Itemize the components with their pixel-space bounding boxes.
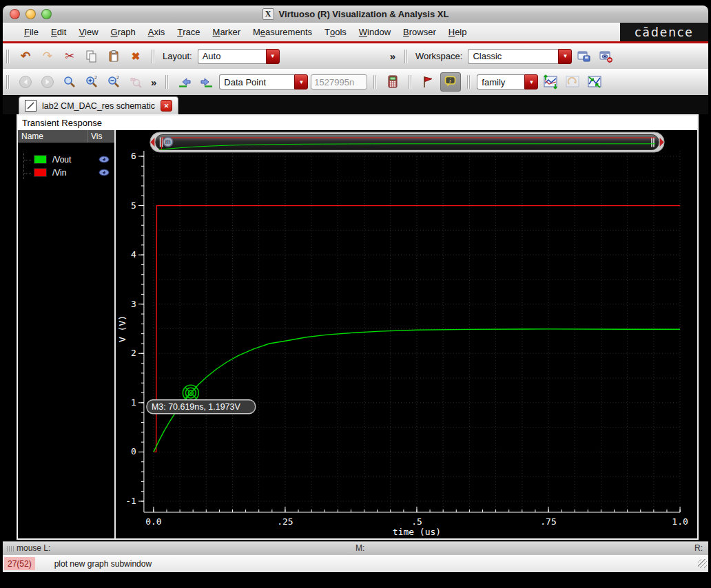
menu-browser[interactable]: Browser <box>397 23 442 41</box>
menu-tools[interactable]: Tools <box>318 23 353 41</box>
trace-color-swatch[interactable] <box>34 168 47 177</box>
trace-color-swatch[interactable] <box>34 155 47 164</box>
flag-marker-button[interactable] <box>418 73 437 91</box>
zoom-in-button[interactable]: 2 <box>82 73 101 91</box>
overview-left-handle[interactable] <box>160 138 161 147</box>
fit-traces-button[interactable] <box>585 73 604 91</box>
marker-zoom-button[interactable]: m <box>126 73 145 91</box>
marker-label[interactable]: M3: 70.619ns, 1.1973V <box>147 400 256 414</box>
y-axis-label: V (V) <box>117 315 127 342</box>
zoom-out-button[interactable]: 2 <box>104 73 123 91</box>
plot-area[interactable]: -101234560.0.25.5.751.0time (us)V (V)M3:… <box>114 130 697 538</box>
y-tick-label: -1 <box>125 496 136 506</box>
menu-trace[interactable]: Trace <box>171 23 206 41</box>
fit-traces-icon <box>586 74 603 90</box>
family-dropdown[interactable]: family ▼ <box>477 74 538 90</box>
next-point-icon <box>199 75 214 89</box>
close-window-button[interactable] <box>10 9 20 19</box>
zoom-marker-toolbar: 2 2 m » Data Point ▼ <box>3 69 708 96</box>
refresh-plot-button[interactable] <box>563 73 582 91</box>
info-balloon-button[interactable]: i <box>440 72 461 92</box>
menu-measurements[interactable]: Measurements <box>247 23 318 41</box>
x-tick-label: 0.0 <box>145 516 161 527</box>
mouse-right-label: R: <box>694 543 703 553</box>
overview-strip[interactable]: m <box>150 132 664 152</box>
zoom-window-button[interactable] <box>41 9 52 19</box>
menu-window[interactable]: Window <box>353 23 397 41</box>
minimize-window-button[interactable] <box>25 9 36 19</box>
tab-close-button[interactable]: ✕ <box>161 100 172 112</box>
save-workspace-button[interactable] <box>575 48 594 65</box>
y-tick-label: 3 <box>131 299 136 309</box>
menu-help[interactable]: Help <box>442 23 473 41</box>
undo-button[interactable]: ↶ <box>16 48 35 65</box>
toolbar-grip[interactable] <box>6 50 10 63</box>
mouse-middle-label: M: <box>356 543 364 553</box>
toolbar-grip[interactable] <box>6 75 10 89</box>
transient-plot[interactable]: -101234560.0.25.5.751.0time (us)V (V)M3:… <box>116 130 697 538</box>
paste-icon <box>107 50 120 63</box>
swap-sweep-button[interactable] <box>541 73 560 91</box>
toolbar-grip[interactable] <box>409 75 412 89</box>
menu-axis[interactable]: Axis <box>142 23 172 41</box>
delete-workspace-button[interactable] <box>597 48 616 65</box>
legend-vis-header[interactable]: Vis <box>88 130 114 143</box>
x11-app-icon: X <box>262 8 274 20</box>
legend-name-header[interactable]: Name <box>18 130 88 143</box>
info-balloon-icon: i <box>444 75 457 89</box>
x-tick-label: .75 <box>540 516 556 527</box>
magnifier-icon <box>63 75 76 89</box>
previous-point-button[interactable] <box>175 73 194 91</box>
visibility-toggle[interactable] <box>94 156 114 163</box>
trace-name[interactable]: /Vout <box>52 155 94 165</box>
legend-row[interactable]: /Vin <box>18 166 114 179</box>
chevron-down-icon: ▼ <box>558 49 572 64</box>
toolbar-grip[interactable] <box>152 50 155 63</box>
overview-right-handle[interactable] <box>651 138 652 147</box>
next-point-button[interactable] <box>197 73 216 91</box>
copy-button[interactable] <box>82 48 101 65</box>
menu-graph[interactable]: Graph <box>105 23 142 41</box>
point-value-field[interactable] <box>311 74 367 90</box>
paste-button[interactable] <box>104 48 123 65</box>
back-arrow-icon <box>19 75 32 89</box>
resize-grip[interactable] <box>698 559 707 568</box>
overview-marker-badge[interactable]: m <box>163 137 173 147</box>
overview-right-handle[interactable] <box>653 138 655 147</box>
workspace-dropdown[interactable]: Classic ▼ <box>468 49 572 64</box>
menu-edit[interactable]: Edit <box>45 23 72 41</box>
toolbar-grip[interactable] <box>467 75 471 89</box>
legend-row[interactable]: /Vout <box>18 153 114 166</box>
toolbar-grip[interactable] <box>404 50 408 63</box>
status-bar: 27(52) plot new graph subwindow <box>3 555 708 572</box>
zoom-fit-button[interactable] <box>60 73 79 91</box>
undo-icon: ↶ <box>21 50 30 62</box>
calculator-button[interactable] <box>383 73 402 91</box>
toolbar-overflow-chevron[interactable]: » <box>148 76 159 88</box>
menu-view[interactable]: View <box>72 23 104 41</box>
forward-button[interactable] <box>38 73 57 91</box>
forward-arrow-icon <box>41 75 54 89</box>
layout-dropdown[interactable]: Auto ▼ <box>198 49 280 64</box>
visibility-toggle[interactable] <box>94 169 114 176</box>
toolbar-overflow-chevron[interactable]: » <box>387 50 398 62</box>
toolbar-grip[interactable] <box>165 75 169 89</box>
layout-label: Layout: <box>163 51 192 61</box>
marker-M3[interactable] <box>183 385 198 401</box>
delete-button[interactable]: ✖ <box>126 48 145 65</box>
back-button[interactable] <box>16 73 35 91</box>
title-bar: X Virtuoso (R) Visualization & Analysis … <box>3 6 708 23</box>
graph-window: Transient Response Name Vis /Vout/Vin -1… <box>17 114 699 540</box>
toolbar-grip[interactable] <box>373 75 377 89</box>
point-mode-dropdown[interactable]: Data Point ▼ <box>219 74 308 90</box>
redo-button[interactable]: ↷ <box>38 48 57 65</box>
layout-value: Auto <box>198 49 266 64</box>
menu-file[interactable]: File <box>18 23 45 41</box>
cut-button[interactable]: ✂ <box>60 48 79 65</box>
trace-name[interactable]: /Vin <box>52 168 94 178</box>
menu-marker[interactable]: Marker <box>207 23 247 41</box>
tab-schematic[interactable]: lab2 CM_DAC_res schematic ✕ <box>19 96 178 114</box>
y-tick-label: 5 <box>131 200 136 211</box>
chevron-down-icon: ▼ <box>524 74 538 90</box>
window-title: Virtuoso (R) Visualization & Analysis XL <box>279 9 449 19</box>
